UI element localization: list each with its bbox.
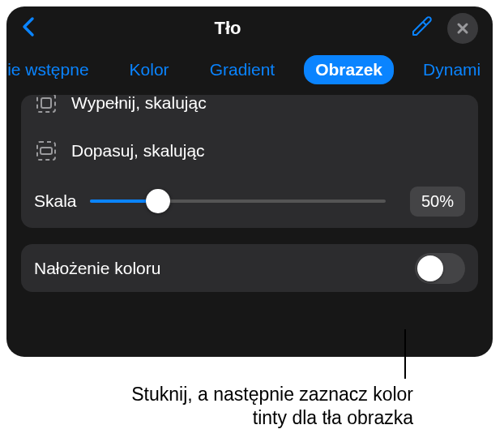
option-scale-fill[interactable]: Wypełnij, skalując [21, 95, 478, 127]
svg-rect-1 [41, 98, 51, 108]
scale-slider[interactable] [90, 200, 386, 203]
scale-label: Skala [34, 191, 77, 211]
option-label: Dopasuj, skalując [71, 141, 205, 161]
back-icon[interactable] [21, 16, 45, 41]
svg-rect-3 [41, 148, 52, 154]
overlay-label: Nałożenie koloru [34, 259, 160, 278]
color-overlay-row[interactable]: Nałożenie koloru [21, 244, 478, 292]
close-button[interactable] [447, 13, 478, 44]
slider-thumb[interactable] [146, 189, 170, 213]
header-actions [410, 13, 478, 44]
scale-value[interactable]: 50% [410, 187, 465, 217]
fill-type-tabs: wienie wstępne Kolor Gradient Obrazek Dy… [6, 50, 493, 95]
callout-leader-line [404, 329, 406, 379]
callout-text: Stuknij, a następnie zaznacz kolor tinty… [107, 383, 413, 430]
scale-fit-icon [34, 139, 58, 163]
tab-gradient[interactable]: Gradient [199, 55, 287, 84]
toggle-knob [417, 255, 443, 281]
option-label: Wypełnij, skalując [71, 95, 207, 113]
panel-header: Tło [6, 6, 493, 50]
scale-slider-wrap [90, 200, 386, 203]
background-panel: Tło wienie wstępne Kolor Gradient Obraze… [6, 6, 493, 357]
color-overlay-toggle[interactable] [415, 253, 465, 284]
option-scale-fit[interactable]: Dopasuj, skalując [21, 127, 478, 174]
tab-color[interactable]: Kolor [118, 55, 181, 84]
eyedropper-icon[interactable] [410, 15, 433, 41]
tab-dynamic[interactable]: Dynami [412, 55, 492, 84]
tab-image[interactable]: Obrazek [304, 55, 394, 84]
scale-slider-row: Skala 50% [21, 174, 478, 228]
overlay-group: Nałożenie koloru [21, 244, 478, 292]
tab-preset[interactable]: wienie wstępne [6, 55, 100, 84]
scaling-group: Wypełnij, skalując Dopasuj, skalując Ska… [21, 95, 478, 228]
panel-content: Wypełnij, skalując Dopasuj, skalując Ska… [6, 95, 493, 292]
panel-title: Tło [215, 18, 241, 39]
scale-fill-icon [34, 95, 58, 115]
